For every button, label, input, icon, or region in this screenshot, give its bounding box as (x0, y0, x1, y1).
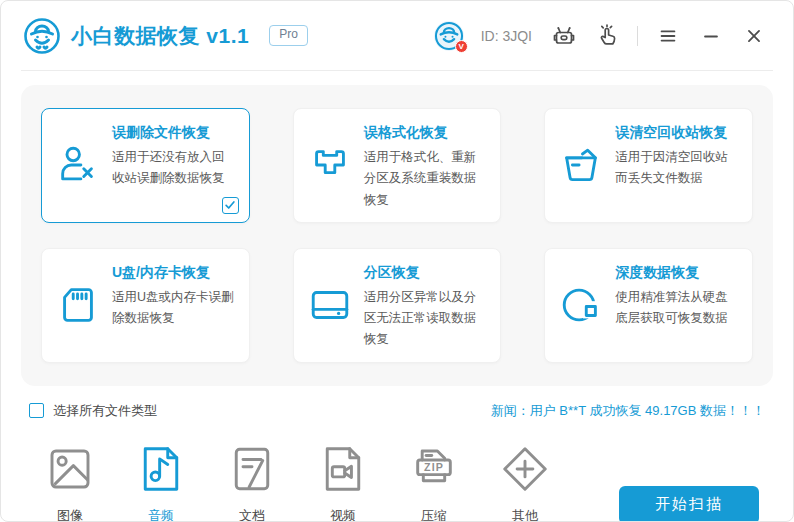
card-desc: 适用于还没有放入回收站误删除数据恢复 (112, 147, 237, 190)
options-row: 选择所有文件类型 新闻：用户 B**T 成功恢复 49.17GB 数据！！！ (29, 402, 765, 420)
card-recycle-bin-recovery[interactable]: 误清空回收站恢复 适用于因清空回收站而丢失文件数据 (544, 108, 753, 223)
titlebar-controls: V ID: 3JQI (434, 21, 767, 51)
card-title: 误删除文件恢复 (112, 124, 237, 142)
app-title: 小白数据恢复 v1.1 (71, 22, 249, 50)
video-icon (316, 442, 370, 496)
filetype-document[interactable]: 文档 (223, 442, 281, 522)
card-title: 分区恢复 (364, 264, 489, 282)
start-scan-button[interactable]: 开始扫描 (619, 486, 759, 522)
format-stamp-icon (307, 120, 353, 211)
card-desc: 适用分区异常以及分区无法正常读取数据恢复 (364, 287, 489, 351)
filetype-other[interactable]: 其他 (496, 442, 554, 522)
audio-icon (134, 442, 188, 496)
card-usb-sdcard-recovery[interactable]: U盘/内存卡恢复 适用U盘或内存卡误删除数据恢复 (41, 248, 250, 363)
card-format-recovery[interactable]: 误格式化恢复 适用于格式化、重新分区及系统重装数据恢复 (293, 108, 502, 223)
minimize-icon[interactable] (698, 23, 724, 49)
filetype-bar: 图像 音频 文档 (41, 442, 759, 522)
app-window: 小白数据恢复 v1.1 Pro V ID: 3JQI (0, 0, 794, 522)
titlebar-separator (637, 26, 638, 46)
recovery-mode-grid: 误删除文件恢复 适用于还没有放入回收站误删除数据恢复 误格式化恢复 (41, 108, 753, 363)
card-title: 误格式化恢复 (364, 124, 489, 142)
titlebar: 小白数据恢复 v1.1 Pro V ID: 3JQI (1, 1, 793, 70)
filetype-label: 文档 (223, 507, 281, 522)
card-title: U盘/内存卡恢复 (112, 264, 237, 282)
card-desc: 使用精准算法从硬盘底层获取可恢复数据 (615, 287, 740, 330)
menu-icon[interactable] (655, 23, 681, 49)
document-icon (225, 442, 279, 496)
filetype-zip[interactable]: ZIP 压缩 (405, 442, 463, 522)
filetype-label: 图像 (41, 507, 99, 522)
news-ticker: 新闻：用户 B**T 成功恢复 49.17GB 数据！！！ (491, 402, 765, 420)
select-all-filetypes[interactable]: 选择所有文件类型 (29, 402, 157, 420)
card-desc: 适用于因清空回收站而丢失文件数据 (615, 147, 740, 190)
deep-scan-icon (558, 260, 604, 351)
user-id: ID: 3JQI (481, 28, 532, 44)
card-checkbox-checked[interactable] (222, 197, 239, 214)
robot-icon[interactable] (551, 23, 577, 49)
hard-drive-icon (307, 260, 353, 351)
filetype-label: 视频 (314, 507, 372, 522)
card-deleted-file-recovery[interactable]: 误删除文件恢复 适用于还没有放入回收站误删除数据恢复 (41, 108, 250, 223)
image-icon (43, 442, 97, 496)
filetype-label: 音频 (132, 507, 190, 522)
app-logo-icon (23, 17, 61, 55)
zip-icon-text: ZIP (424, 461, 444, 473)
filetype-label: 其他 (496, 507, 554, 522)
user-avatar[interactable]: V (434, 21, 464, 51)
recovery-modes-panel: 误删除文件恢复 适用于还没有放入回收站误删除数据恢复 误格式化恢复 (21, 85, 773, 386)
other-icon (498, 442, 552, 496)
filetype-list: 图像 音频 文档 (41, 442, 554, 522)
user-delete-icon (55, 120, 101, 211)
filetype-audio[interactable]: 音频 (132, 442, 190, 522)
close-icon[interactable] (741, 23, 767, 49)
card-desc: 适用U盘或内存卡误删除数据恢复 (112, 287, 237, 330)
vip-badge: V (455, 40, 468, 53)
header-divider (21, 70, 773, 71)
card-partition-recovery[interactable]: 分区恢复 适用分区异常以及分区无法正常读取数据恢复 (293, 248, 502, 363)
card-deep-scan-recovery[interactable]: 深度数据恢复 使用精准算法从硬盘底层获取可恢复数据 (544, 248, 753, 363)
card-desc: 适用于格式化、重新分区及系统重装数据恢复 (364, 147, 489, 211)
select-all-label: 选择所有文件类型 (53, 402, 157, 420)
recycle-bin-icon (558, 120, 604, 211)
hand-click-icon[interactable] (594, 23, 620, 49)
card-title: 深度数据恢复 (615, 264, 740, 282)
select-all-checkbox[interactable] (29, 403, 44, 418)
sd-card-icon (55, 260, 101, 351)
filetype-video[interactable]: 视频 (314, 442, 372, 522)
brand: 小白数据恢复 v1.1 Pro (23, 17, 308, 55)
card-title: 误清空回收站恢复 (615, 124, 740, 142)
filetype-image[interactable]: 图像 (41, 442, 99, 522)
filetype-label: 压缩 (405, 507, 463, 522)
zip-icon: ZIP (407, 442, 461, 496)
pro-badge: Pro (269, 25, 308, 46)
